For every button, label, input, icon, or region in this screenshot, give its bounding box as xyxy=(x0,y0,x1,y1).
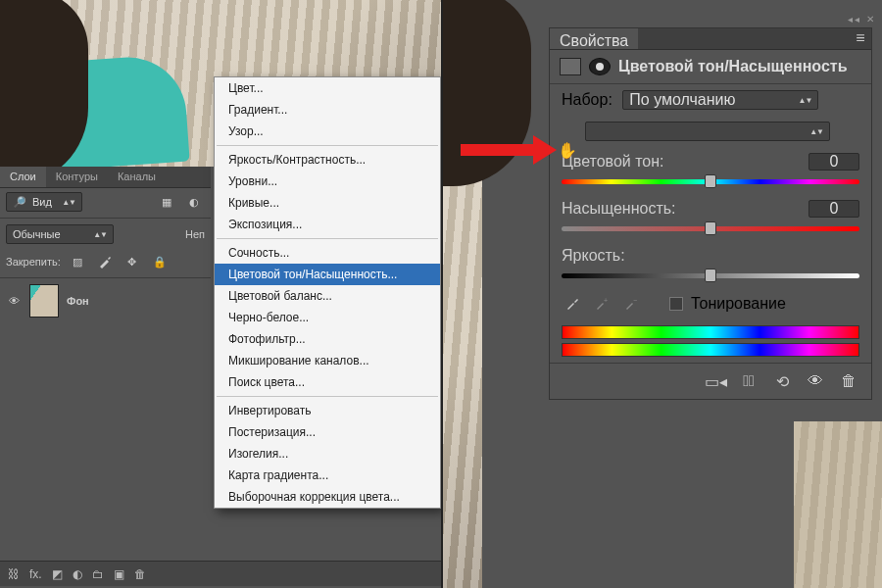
menu-item[interactable]: Узор... xyxy=(215,121,440,142)
hue-value[interactable]: 0 xyxy=(808,153,859,171)
hue-slider[interactable] xyxy=(562,174,859,188)
menu-item[interactable]: Изогелия... xyxy=(215,443,440,465)
preset-value: По умолчанию xyxy=(629,91,735,109)
blend-mode-select[interactable]: Обычные ▲▼ xyxy=(6,224,114,244)
menu-item[interactable]: Градиент... xyxy=(215,99,440,121)
menu-item[interactable]: Цвет... xyxy=(215,77,440,99)
hand-picker-icon[interactable]: ✋ xyxy=(558,141,577,160)
properties-panel: Свойства ≡ Цветовой тон/Насыщенность Наб… xyxy=(549,27,872,400)
colorize-checkbox[interactable] xyxy=(669,297,683,311)
view-previous-icon[interactable]: 👁⃠ xyxy=(738,371,760,391)
menu-item[interactable]: Выборочная коррекция цвета... xyxy=(215,486,440,508)
menu-item-hue-saturation[interactable]: Цветовой тон/Насыщенность... xyxy=(215,264,440,285)
reset-icon[interactable]: ⟲ xyxy=(771,371,793,391)
hue-spectrum-top xyxy=(562,325,859,339)
lightness-slider[interactable] xyxy=(562,269,859,282)
chevrons-icon: ▲▼ xyxy=(798,96,811,105)
tab-properties[interactable]: Свойства xyxy=(550,28,638,49)
menu-item[interactable]: Черно-белое... xyxy=(215,307,440,328)
clip-to-layer-icon[interactable]: ▭◂ xyxy=(705,371,726,391)
preset-label: Набор: xyxy=(562,91,612,108)
menu-item[interactable]: Цветовой баланс... xyxy=(215,285,440,307)
preset-select[interactable]: По умолчанию ▲▼ xyxy=(622,90,818,110)
menu-item[interactable]: Фотофильтр... xyxy=(215,328,440,350)
window-controls-icon[interactable]: ◂◂ ✕ xyxy=(848,14,876,24)
adjustment-type-icon xyxy=(560,58,581,75)
filter-pixel-icon[interactable]: ▦ xyxy=(156,192,177,212)
menu-item[interactable]: Постеризация... xyxy=(215,421,440,443)
menu-item[interactable]: Инвертировать xyxy=(215,400,440,421)
mask-icon[interactable]: ◩ xyxy=(52,567,63,581)
folder-icon[interactable]: 🗀 xyxy=(92,567,104,581)
menu-item[interactable]: Кривые... xyxy=(215,192,440,214)
saturation-slider[interactable] xyxy=(562,221,859,235)
layer-name: Фон xyxy=(67,295,89,307)
filter-adj-icon[interactable]: ◐ xyxy=(183,192,205,212)
chevrons-icon: ▲▼ xyxy=(93,230,107,239)
svg-text:+: + xyxy=(604,297,608,304)
eyedropper-icon[interactable] xyxy=(562,294,583,314)
lock-move-icon[interactable]: ✥ xyxy=(122,252,143,271)
layer-filter-kind[interactable]: 🔎 Вид ▲▼ xyxy=(6,192,82,212)
layer-kind-label: Вид xyxy=(32,196,52,208)
lock-pixels-icon[interactable]: ▨ xyxy=(67,252,88,271)
menu-item[interactable]: Сочность... xyxy=(215,242,440,264)
lock-brush-icon[interactable] xyxy=(94,252,116,271)
tab-paths[interactable]: Контуры xyxy=(46,167,108,187)
search-icon: 🔎 xyxy=(13,196,26,209)
chevrons-icon: ▲▼ xyxy=(809,127,823,136)
tab-channels[interactable]: Каналы xyxy=(108,167,166,187)
trash-icon[interactable]: 🗑 xyxy=(134,567,146,581)
menu-item[interactable]: Уровни... xyxy=(215,171,440,192)
hue-spectrum-bottom xyxy=(562,343,859,357)
lightness-label: Яркость: xyxy=(562,247,859,265)
lock-all-icon[interactable]: 🔒 xyxy=(149,252,171,271)
panel-menu-icon[interactable]: ≡ xyxy=(850,28,871,48)
adjustment-menu: Цвет... Градиент... Узор... Яркость/Конт… xyxy=(214,76,441,509)
trash-icon[interactable]: 🗑 xyxy=(838,371,859,391)
adjustment-icon[interactable]: ◐ xyxy=(73,567,82,581)
menu-item[interactable]: Экспозиция... xyxy=(215,214,440,235)
colorize-label: Тонирование xyxy=(691,295,786,313)
mask-indicator-icon xyxy=(589,58,611,75)
blend-mode-label: Обычные xyxy=(13,228,61,240)
lock-label: Закрепить: xyxy=(6,256,61,268)
panel-title: Цветовой тон/Насыщенность xyxy=(618,58,847,75)
tab-layers[interactable]: Слои xyxy=(0,167,46,187)
color-range-select[interactable]: ▲▼ xyxy=(585,122,830,141)
toggle-visibility-icon[interactable]: 👁 xyxy=(805,371,826,391)
new-layer-icon[interactable]: ▣ xyxy=(114,567,124,581)
saturation-value[interactable]: 0 xyxy=(808,200,859,218)
menu-item[interactable]: Микширование каналов... xyxy=(215,350,440,371)
link-icon[interactable]: ⛓ xyxy=(8,567,20,581)
annotation-arrow xyxy=(461,135,559,165)
menu-item[interactable]: Карта градиента... xyxy=(215,465,440,486)
menu-item[interactable]: Яркость/Контрастность... xyxy=(215,149,440,171)
opacity-label: Неп xyxy=(185,228,205,240)
eyedropper-plus-icon[interactable]: + xyxy=(591,294,612,314)
layer-row-background[interactable]: 👁 Фон xyxy=(0,280,211,321)
fx-icon[interactable]: fx. xyxy=(29,567,42,581)
visibility-eye-icon[interactable]: 👁 xyxy=(6,295,22,307)
menu-item[interactable]: Поиск цвета... xyxy=(215,371,440,393)
svg-text:−: − xyxy=(633,297,637,304)
chevrons-icon: ▲▼ xyxy=(62,198,75,207)
layer-thumb xyxy=(29,284,59,318)
eyedropper-minus-icon[interactable]: − xyxy=(620,294,642,314)
